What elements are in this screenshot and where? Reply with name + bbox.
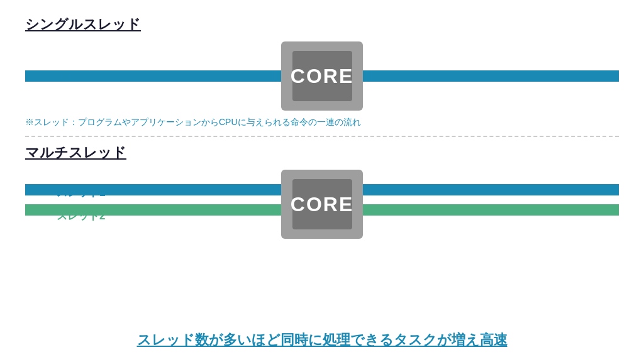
multi-thread-labels: スレッド1 スレッド2 — [57, 185, 105, 223]
multi-thread1-label: スレッド1 — [57, 185, 105, 200]
multi-thread-section: マルチスレッド スレッド1 スレッド2 CORE — [25, 143, 619, 239]
single-thread-diagram: スレッド1 CORE — [25, 41, 619, 111]
single-thread-section: シングルスレッド スレッド1 CORE — [25, 15, 619, 111]
main-container: シングルスレッド スレッド1 CORE ※スレッド：プログラムやアプリケーション… — [0, 0, 644, 362]
single-core-text: CORE — [291, 65, 353, 88]
multi-core-text: CORE — [291, 193, 353, 216]
multi-thread-title: マルチスレッド — [25, 143, 619, 162]
single-thread-title: シングルスレッド — [25, 15, 619, 34]
single-thread1-label: スレッド1 — [57, 69, 105, 84]
multi-core-wrapper: CORE — [281, 170, 363, 239]
multi-core-outer: CORE — [281, 170, 363, 239]
summary-section: スレッド数が多いほど同時に処理できるタスクが増え高速 — [25, 324, 619, 349]
summary-text: スレッド数が多いほど同時に処理できるタスクが増え高速 — [137, 332, 508, 348]
thread-note: ※スレッド：プログラムやアプリケーションからCPUに与えられる命令の一連の流れ — [25, 117, 619, 128]
section-divider — [25, 136, 619, 137]
single-thread-labels: スレッド1 — [57, 69, 105, 84]
multi-thread2-label: スレッド2 — [57, 209, 105, 223]
single-core-inner: CORE — [292, 51, 352, 101]
single-core-outer: CORE — [281, 41, 363, 111]
single-core-wrapper: CORE — [281, 41, 363, 111]
multi-thread-diagram: スレッド1 スレッド2 CORE — [25, 170, 619, 239]
multi-core-inner: CORE — [292, 179, 352, 229]
